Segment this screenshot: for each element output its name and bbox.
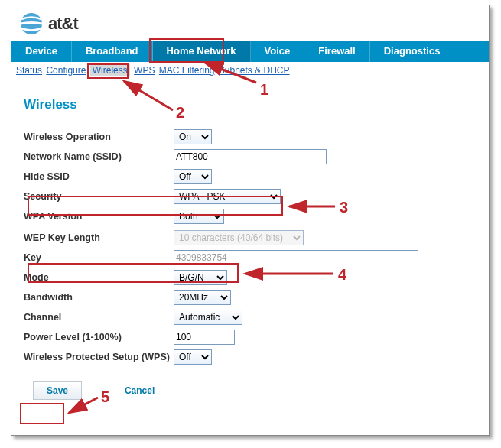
label-wep-len: WEP Key Length [24, 232, 174, 243]
input-ssid[interactable] [174, 149, 327, 164]
nav-broadband[interactable]: Broadband [72, 41, 153, 62]
select-mode[interactable]: B/G/N [174, 270, 227, 285]
att-globe-icon [19, 11, 44, 36]
input-power[interactable] [174, 330, 235, 345]
brand-logo: at&t [11, 5, 489, 41]
label-power: Power Level (1-100%) [24, 332, 174, 342]
label-wps: Wireless Protected Setup (WPS) [24, 352, 174, 363]
subnav-wps[interactable]: WPS [134, 65, 155, 76]
select-hide-ssid[interactable]: Off [174, 169, 212, 184]
subnav-subnets[interactable]: Subnets & DHCP [219, 65, 290, 76]
label-wireless-op: Wireless Operation [24, 131, 174, 142]
page-title: Wireless [24, 97, 477, 112]
subnav-wireless[interactable]: Wireless [90, 64, 130, 76]
label-key: Key [24, 252, 174, 263]
nav-firewall[interactable]: Firewall [304, 41, 369, 62]
select-bandwidth[interactable]: 20MHz [174, 290, 231, 305]
cancel-button[interactable]: Cancel [115, 382, 164, 399]
sub-nav: Status Configure Wireless WPS MAC Filter… [11, 62, 489, 79]
label-bandwidth: Bandwidth [24, 292, 174, 303]
nav-diagnostics[interactable]: Diagnostics [370, 41, 455, 62]
subnav-macfilter[interactable]: MAC Filtering [159, 65, 215, 76]
select-wep-len: 10 characters (40/64 bits) [174, 230, 304, 245]
save-button[interactable]: Save [33, 381, 82, 400]
label-mode: Mode [24, 272, 174, 283]
select-security[interactable]: WPA - PSK [174, 189, 281, 204]
nav-voice[interactable]: Voice [251, 41, 305, 62]
label-hide-ssid: Hide SSID [24, 171, 174, 182]
select-wireless-op[interactable]: On [174, 129, 212, 144]
select-wpa-version[interactable]: Both [174, 209, 224, 224]
select-channel[interactable]: Automatic [174, 310, 242, 325]
brand-name: at&t [48, 14, 78, 34]
nav-device[interactable]: Device [11, 41, 72, 62]
subnav-status[interactable]: Status [16, 65, 42, 76]
label-wpa-version: WPA Version [24, 211, 174, 222]
main-nav: Device Broadband Home Network Voice Fire… [11, 41, 489, 62]
nav-home-network[interactable]: Home Network [153, 41, 251, 62]
label-ssid: Network Name (SSID) [24, 151, 174, 162]
label-security: Security [24, 191, 174, 202]
label-channel: Channel [24, 312, 174, 323]
subnav-configure[interactable]: Configure [46, 65, 86, 76]
select-wps[interactable]: Off [174, 349, 212, 365]
input-key[interactable] [174, 250, 418, 265]
